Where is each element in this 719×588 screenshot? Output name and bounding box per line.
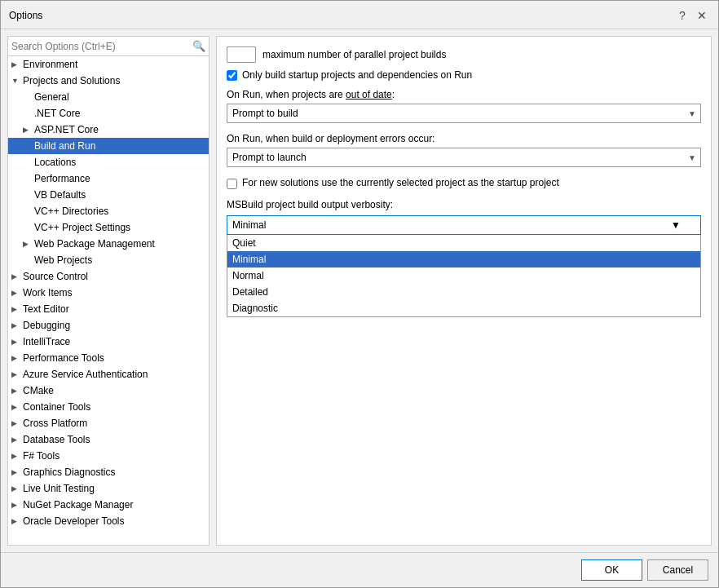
startup-project-label: For new solutions use the currently sele… — [242, 177, 559, 188]
options-dialog: Options ? ✕ 🔍 ▶Environment▼Projects and … — [0, 0, 719, 588]
tree-label-vcpp-project-settings: VC++ Project Settings — [34, 222, 130, 233]
startup-project-checkbox[interactable] — [227, 179, 237, 189]
tree-item-performance-tools[interactable]: ▶Performance Tools — [8, 350, 209, 366]
parallel-builds-row: 4 maximum number of parallel project bui… — [227, 46, 701, 63]
tree-item-live-unit-testing[interactable]: ▶Live Unit Testing — [8, 480, 209, 497]
startup-projects-checkbox[interactable] — [227, 70, 237, 81]
tree-item-environment[interactable]: ▶Environment — [8, 56, 209, 73]
verbosity-option-quiet[interactable]: Quiet — [227, 235, 700, 251]
tree-item-oracle-dev-tools[interactable]: ▶Oracle Developer Tools — [8, 513, 209, 529]
tree-arrow-live-unit-testing: ▶ — [11, 484, 23, 493]
close-button[interactable]: ✕ — [694, 7, 710, 24]
tree-item-vcpp-directories[interactable]: VC++ Directories — [8, 203, 209, 219]
on-run-errors-label: On Run, when build or deployment errors … — [227, 133, 701, 144]
tree-arrow-graphics-diagnostics: ▶ — [11, 468, 23, 476]
tree-item-database-tools[interactable]: ▶Database Tools — [8, 431, 209, 448]
tree-label-environment: Environment — [23, 59, 77, 70]
tree-item-cross-platform[interactable]: ▶Cross Platform — [8, 415, 209, 431]
tree-label-vb-defaults: VB Defaults — [34, 189, 86, 201]
tree-label-projects-solutions: Projects and Solutions — [23, 75, 120, 86]
tree-label-nuget-package-mgr: NuGet Package Manager — [23, 499, 133, 511]
tree-label-locations: Locations — [34, 157, 76, 168]
verbosity-option-detailed[interactable]: Detailed — [227, 284, 700, 300]
on-run-errors-dropdown[interactable]: Prompt to launch Do not launch — [227, 148, 701, 167]
tree-arrow-intellitrace: ▶ — [11, 338, 23, 346]
tree-arrow-database-tools: ▶ — [11, 435, 23, 444]
verbosity-dropdown-header[interactable]: Minimal ▼ — [227, 215, 701, 235]
verbosity-dropdown-list: QuietMinimalNormalDetailedDiagnostic — [227, 235, 701, 317]
tree-item-graphics-diagnostics[interactable]: ▶Graphics Diagnostics — [8, 464, 209, 480]
tree-label-source-control: Source Control — [23, 271, 88, 282]
tree-arrow-performance-tools: ▶ — [11, 354, 23, 362]
left-panel: 🔍 ▶Environment▼Projects and SolutionsGen… — [7, 36, 210, 546]
tree-arrow-nuget-package-mgr: ▶ — [11, 501, 23, 509]
tree-item-azure-service-auth[interactable]: ▶Azure Service Authentication — [8, 366, 209, 382]
tree-item-web-projects[interactable]: Web Projects — [8, 252, 209, 268]
verbosity-selected-value: Minimal — [232, 219, 266, 231]
search-box: 🔍 — [8, 37, 209, 56]
tree-item-intellitrace[interactable]: ▶IntelliTrace — [8, 334, 209, 350]
tree-arrow-environment: ▶ — [11, 60, 23, 69]
tree-item-debugging[interactable]: ▶Debugging — [8, 317, 209, 334]
tree-item-build-and-run[interactable]: Build and Run — [8, 138, 209, 154]
verbosity-option-normal[interactable]: Normal — [227, 267, 700, 284]
tree-arrow-web-package-mgmt: ▶ — [23, 240, 34, 248]
verbosity-option-minimal[interactable]: Minimal — [227, 251, 700, 267]
tree-item-performance[interactable]: Performance — [8, 170, 209, 187]
tree-label-web-package-mgmt: Web Package Management — [34, 238, 155, 250]
tree-label-graphics-diagnostics: Graphics Diagnostics — [23, 466, 115, 478]
tree-label-performance: Performance — [34, 173, 90, 184]
tree-arrow-cmake: ▶ — [11, 387, 23, 395]
tree-item-net-core[interactable]: .NET Core — [8, 105, 209, 122]
tree-item-source-control[interactable]: ▶Source Control — [8, 268, 209, 285]
tree-item-projects-solutions[interactable]: ▼Projects and Solutions — [8, 73, 209, 89]
tree-item-cmake[interactable]: ▶CMake — [8, 382, 209, 399]
tree-label-cross-platform: Cross Platform — [23, 418, 87, 429]
tree-label-cmake: CMake — [23, 385, 54, 396]
tree-item-vb-defaults[interactable]: VB Defaults — [8, 187, 209, 203]
search-input[interactable] — [11, 41, 192, 52]
title-bar: Options ? ✕ — [1, 1, 718, 29]
tree-label-debugging: Debugging — [23, 320, 70, 331]
verbosity-arrow-icon: ▼ — [671, 219, 681, 231]
tree-arrow-f-sharp-tools: ▶ — [11, 452, 23, 460]
tree-item-asp-net-core[interactable]: ▶ASP.NET Core — [8, 122, 209, 138]
tree-arrow-work-items: ▶ — [11, 289, 23, 297]
parallel-builds-label: maximum number of parallel project build… — [262, 49, 446, 60]
tree-arrow-oracle-dev-tools: ▶ — [11, 517, 23, 525]
tree-area: ▶Environment▼Projects and SolutionsGener… — [8, 56, 209, 545]
tree-item-container-tools[interactable]: ▶Container Tools — [8, 399, 209, 415]
tree-arrow-source-control: ▶ — [11, 272, 23, 281]
tree-item-nuget-package-mgr[interactable]: ▶NuGet Package Manager — [8, 497, 209, 513]
help-button[interactable]: ? — [674, 7, 690, 24]
startup-projects-row: Only build startup projects and dependen… — [227, 69, 701, 81]
tree-label-oracle-dev-tools: Oracle Developer Tools — [23, 515, 125, 527]
verbosity-dropdown-wrapper: Minimal ▼ QuietMinimalNormalDetailedDiag… — [227, 215, 701, 235]
tree-label-asp-net-core: ASP.NET Core — [34, 124, 99, 135]
tree-label-net-core: .NET Core — [34, 108, 80, 119]
tree-item-f-sharp-tools[interactable]: ▶F# Tools — [8, 448, 209, 464]
title-bar-controls: ? ✕ — [674, 7, 710, 24]
tree-item-work-items[interactable]: ▶Work Items — [8, 285, 209, 301]
ok-button[interactable]: OK — [581, 559, 642, 581]
tree-label-database-tools: Database Tools — [23, 434, 90, 445]
on-run-outofdate-dropdown-wrapper: Prompt to build Always build Never build… — [227, 104, 701, 123]
on-run-outofdate-dropdown[interactable]: Prompt to build Always build Never build — [227, 104, 701, 123]
cancel-button[interactable]: Cancel — [647, 559, 708, 581]
tree-item-locations[interactable]: Locations — [8, 154, 209, 170]
tree-arrow-container-tools: ▶ — [11, 403, 23, 411]
tree-item-vcpp-project-settings[interactable]: VC++ Project Settings — [8, 219, 209, 236]
tree-label-web-projects: Web Projects — [34, 254, 92, 266]
tree-label-intellitrace: IntelliTrace — [23, 336, 70, 347]
parallel-builds-input[interactable]: 4 — [227, 46, 256, 63]
tree-label-live-unit-testing: Live Unit Testing — [23, 483, 95, 494]
verbosity-option-diagnostic[interactable]: Diagnostic — [227, 300, 700, 316]
startup-project-checkbox-row: For new solutions use the currently sele… — [227, 177, 701, 189]
tree-label-azure-service-auth: Azure Service Authentication — [23, 369, 148, 380]
tree-item-general[interactable]: General — [8, 89, 209, 105]
tree-item-text-editor[interactable]: ▶Text Editor — [8, 301, 209, 317]
right-panel: 4 maximum number of parallel project bui… — [216, 36, 712, 546]
tree-arrow-debugging: ▶ — [11, 321, 23, 329]
startup-projects-label: Only build startup projects and dependen… — [242, 69, 472, 81]
tree-item-web-package-mgmt[interactable]: ▶Web Package Management — [8, 236, 209, 252]
